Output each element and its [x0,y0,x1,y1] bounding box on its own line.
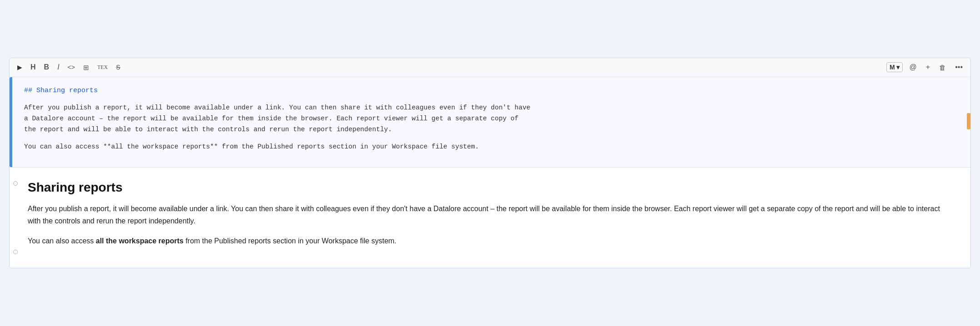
code-button[interactable]: <> [65,63,77,72]
markdown-paragraph1: After you publish a report, it will beco… [24,103,960,135]
toolbar-left: ▶ H B I <> ⊞ TEX S [15,62,882,72]
play-button[interactable]: ▶ [15,63,25,72]
side-handle-top [13,181,18,186]
side-handle-bottom [13,250,18,254]
markdown-p1-line3: the report and will be able to interact … [24,126,392,133]
more-icon: ••• [955,64,963,71]
at-button[interactable]: @ [907,62,919,72]
plus-icon: + [926,64,930,71]
markdown-content: ## Sharing reports After you publish a r… [24,85,960,153]
strikethrough-button[interactable]: S [114,63,122,72]
editor-container: ▶ H B I <> ⊞ TEX S [9,58,971,269]
rendered-p2-suffix: from the Published reports section in yo… [184,237,396,245]
tex-icon: TEX [97,64,108,70]
markdown-source-panel[interactable]: ## Sharing reports After you publish a r… [10,77,970,168]
left-handle-bar [10,77,12,167]
markdown-heading: ## Sharing reports [24,85,960,97]
italic-icon: I [57,64,59,71]
h-icon: H [30,64,36,71]
rendered-p2-prefix: You can also access [28,237,96,245]
code-icon: <> [68,64,75,70]
content-area: ## Sharing reports After you publish a r… [10,77,970,268]
more-options-button[interactable]: ••• [953,62,965,72]
rendered-preview-panel: Sharing reports After you publish a repo… [10,168,970,268]
scroll-indicator [967,113,970,129]
tex-button[interactable]: TEX [95,63,110,71]
grid-icon: ⊞ [83,64,89,71]
bold-button[interactable]: B [42,62,52,72]
chevron-down-icon: ▾ [896,64,900,71]
markdown-paragraph2: You can also access **all the workspace … [24,142,960,153]
rendered-heading: Sharing reports [28,180,952,195]
strikethrough-icon: S [116,64,120,70]
rendered-paragraph1: After you publish a report, it will beco… [28,203,952,227]
toolbar-right: M ▾ @ + 🗑 ••• [886,62,965,72]
m-label: M [890,64,895,71]
grid-button[interactable]: ⊞ [81,63,91,72]
at-icon: @ [910,64,917,71]
markdown-p1-line2: a Datalore account – the report will be … [24,115,519,122]
markdown-p1-line1: After you publish a report, it will beco… [24,104,530,111]
trash-icon: 🗑 [939,64,946,71]
rendered-p2-bold: all the workspace reports [96,237,184,245]
toolbar: ▶ H B I <> ⊞ TEX S [10,58,970,77]
rendered-paragraph2: You can also access all the workspace re… [28,235,952,247]
add-button[interactable]: + [924,62,932,72]
italic-button[interactable]: I [55,62,61,72]
bold-icon: B [44,64,50,71]
delete-button[interactable]: 🗑 [937,63,948,72]
m-dropdown-button[interactable]: M ▾ [886,62,903,72]
heading-button[interactable]: H [28,62,38,72]
